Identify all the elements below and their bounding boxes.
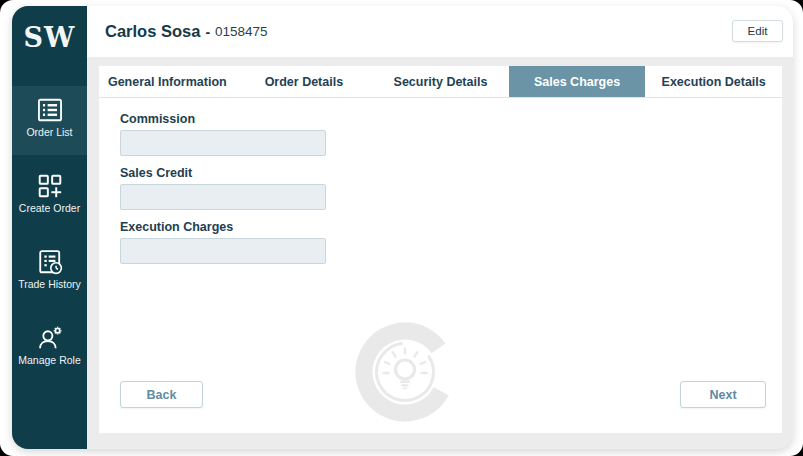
form-field-sales-credit: Sales Credit (120, 166, 326, 210)
back-button[interactable]: Back (120, 381, 203, 408)
sidebar: SW Order List (12, 6, 87, 449)
title-separator: - (205, 24, 210, 40)
execution-charges-input[interactable] (120, 238, 326, 264)
sales-charges-form: Commission Sales Credit Execution Charge… (120, 112, 326, 274)
tab-sales-charges[interactable]: Sales Charges (509, 66, 646, 97)
order-list-icon (37, 97, 63, 123)
edit-button[interactable]: Edit (732, 20, 783, 42)
sidebar-item-order-list[interactable]: Order List (12, 86, 87, 155)
sidebar-item-create-order[interactable]: Create Order (12, 162, 87, 231)
app-logo: SW (12, 22, 87, 53)
tab-security-details[interactable]: Security Details (372, 66, 509, 97)
sidebar-item-label: Order List (12, 126, 87, 138)
tab-general-information[interactable]: General Information (99, 66, 236, 97)
commission-input[interactable] (120, 130, 326, 156)
manage-role-icon (37, 325, 63, 351)
sidebar-item-label: Trade History (12, 278, 87, 290)
sales-credit-label: Sales Credit (120, 166, 326, 180)
sales-credit-input[interactable] (120, 184, 326, 210)
trade-history-icon (37, 249, 63, 275)
form-field-commission: Commission (120, 112, 326, 156)
sidebar-item-manage-role[interactable]: Manage Role (12, 314, 87, 383)
page-header: Carlos Sosa - 0158475 Edit (87, 6, 793, 57)
tab-execution-details[interactable]: Execution Details (645, 66, 782, 97)
user-name: Carlos Sosa (105, 22, 200, 41)
create-order-icon (37, 173, 63, 199)
next-button[interactable]: Next (680, 381, 766, 408)
tab-order-details[interactable]: Order Details (236, 66, 373, 97)
content-panel: General Information Order Details Securi… (99, 66, 782, 433)
execution-charges-label: Execution Charges (120, 220, 326, 234)
watermark-lightbulb-logo (345, 312, 465, 432)
sidebar-item-trade-history[interactable]: Trade History (12, 238, 87, 307)
user-id: 0158475 (215, 24, 268, 39)
commission-label: Commission (120, 112, 326, 126)
sidebar-item-label: Manage Role (12, 354, 87, 366)
page-title: Carlos Sosa - 0158475 (105, 6, 268, 57)
page-background: SW Order List (0, 0, 803, 456)
tab-bar: General Information Order Details Securi… (99, 66, 782, 98)
form-field-execution-charges: Execution Charges (120, 220, 326, 264)
app-window: SW Order List (12, 6, 793, 449)
sidebar-item-label: Create Order (12, 202, 87, 214)
